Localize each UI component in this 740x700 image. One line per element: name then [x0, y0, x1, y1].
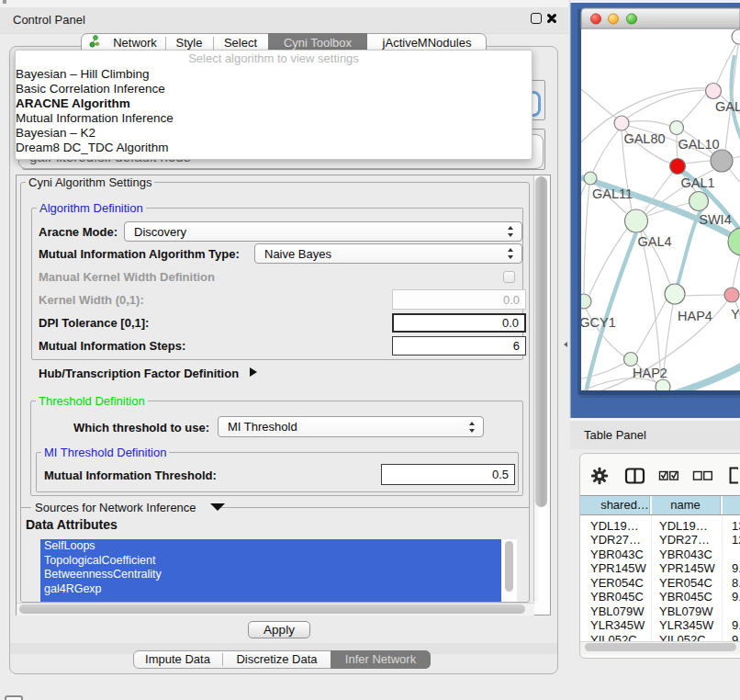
svg-text:YJ: YJ [731, 307, 740, 322]
svg-text:GAL11: GAL11 [592, 186, 633, 201]
svg-text:GAL1: GAL1 [680, 175, 714, 190]
svg-text:GAL80: GAL80 [623, 131, 665, 146]
svg-text:HAP2: HAP2 [633, 366, 667, 380]
svg-text:HAP4: HAP4 [678, 309, 712, 323]
svg-text:GAL7: GAL7 [715, 99, 740, 114]
svg-text:GAL4: GAL4 [637, 234, 671, 249]
svg-text:SWI4: SWI4 [699, 212, 731, 227]
svg-text:GAL10: GAL10 [678, 137, 719, 152]
svg-text:GCY1: GCY1 [579, 315, 616, 330]
